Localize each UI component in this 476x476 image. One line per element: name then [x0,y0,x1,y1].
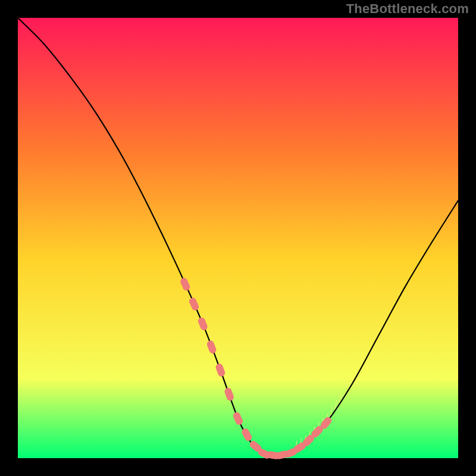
watermark-text: TheBottleneck.com [346,1,469,17]
plot-background [18,18,458,458]
chart-stage: TheBottleneck.com [0,0,476,476]
bottleneck-chart [0,0,476,476]
